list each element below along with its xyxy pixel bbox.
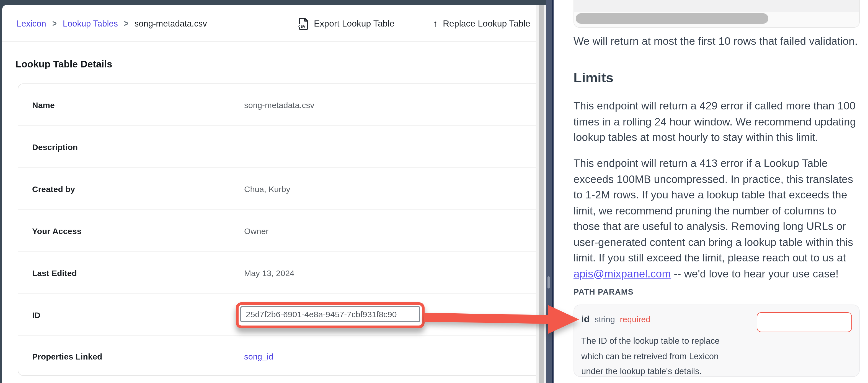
- lookup-table-details-window: Lexicon > Lookup Tables > song-metadata.…: [2, 5, 536, 383]
- lookup-table-details-card: Name song-metadata.csv Description Creat…: [18, 83, 536, 376]
- table-row-your-access: Your Access Owner: [18, 210, 536, 252]
- param-required-badge: required: [620, 314, 650, 324]
- docs-horizontal-scrollbar-track: [574, 0, 860, 28]
- path-param-card: id string required The ID of the lookup …: [574, 305, 860, 377]
- docs-horizontal-scrollbar-thumb[interactable]: [576, 13, 768, 24]
- csv-file-icon: csv: [298, 17, 309, 30]
- id-annotation-highlight-box: 25d7f2b6-6901-4e8a-9457-7cbf931f8c90: [236, 302, 425, 328]
- row-label: Last Edited: [32, 268, 77, 277]
- param-description: The ID of the lookup table to replace wh…: [581, 333, 743, 379]
- page-title: Lookup Table Details: [16, 59, 112, 70]
- row-label: Name: [32, 100, 55, 109]
- breadcrumb-current-file: song-metadata.csv: [134, 19, 207, 29]
- limits-paragraph-413: This endpoint will return a 413 error if…: [574, 155, 865, 281]
- param-id-input[interactable]: [757, 312, 852, 332]
- path-params-label: PATH PARAMS: [574, 287, 633, 296]
- table-row-properties-linked: Properties Linked song_id: [18, 336, 536, 376]
- svg-text:csv: csv: [299, 24, 306, 28]
- paragraph-413-text: This endpoint will return a 413 error if…: [574, 157, 853, 264]
- row-value: song-metadata.csv: [244, 100, 314, 109]
- param-header: id string required: [581, 314, 650, 325]
- replace-button-label: Replace Lookup Table: [443, 19, 530, 29]
- gap-scrollbar-thumb[interactable]: [548, 276, 550, 288]
- table-row-created-by: Created by Chua, Kurby: [18, 168, 536, 210]
- lookup-table-id-field[interactable]: 25d7f2b6-6901-4e8a-9457-7cbf931f8c90: [240, 306, 420, 322]
- chevron-right-icon: >: [52, 18, 57, 29]
- left-window-scrollbar-thumb[interactable]: [539, 5, 544, 383]
- linked-property-link[interactable]: song_id: [244, 351, 273, 361]
- param-name: id: [581, 314, 590, 325]
- table-row-description: Description: [18, 126, 536, 168]
- table-row-last-edited: Last Edited May 13, 2024: [18, 252, 536, 294]
- table-row-name: Name song-metadata.csv: [18, 84, 536, 126]
- breadcrumb-lookup-tables[interactable]: Lookup Tables: [63, 19, 118, 29]
- param-type: string: [594, 314, 615, 324]
- left-window-header: Lexicon > Lookup Tables > song-metadata.…: [2, 5, 536, 42]
- screenshot-viewport: Lexicon > Lookup Tables > song-metadata.…: [0, 0, 868, 383]
- row-label: Created by: [32, 184, 75, 194]
- apis-mixpanel-email-link[interactable]: apis@mixpanel.com: [574, 267, 671, 279]
- breadcrumb: Lexicon > Lookup Tables > song-metadata.…: [17, 5, 207, 42]
- export-lookup-table-button[interactable]: csv Export Lookup Table: [298, 5, 395, 42]
- chevron-right-icon: >: [124, 18, 128, 29]
- breadcrumb-lexicon[interactable]: Lexicon: [17, 19, 46, 29]
- row-value: Chua, Kurby: [244, 184, 290, 194]
- row-label: Your Access: [32, 226, 82, 236]
- upload-arrow-icon: ↑: [433, 19, 438, 29]
- window-gap-background: [546, 0, 552, 383]
- row-label: ID: [32, 310, 40, 319]
- replace-lookup-table-button[interactable]: ↑ Replace Lookup Table: [433, 5, 530, 42]
- limits-paragraph-429: This endpoint will return a 429 error if…: [574, 98, 865, 145]
- limits-heading: Limits: [574, 70, 613, 86]
- row-label: Properties Linked: [32, 351, 102, 361]
- row-label: Description: [32, 142, 78, 151]
- api-docs-panel: We will return at most the first 10 rows…: [554, 0, 868, 383]
- row-value: Owner: [244, 226, 269, 236]
- stage: Lexicon > Lookup Tables > song-metadata.…: [0, 0, 868, 383]
- export-button-label: Export Lookup Table: [314, 19, 395, 29]
- table-row-id: ID 25d7f2b6-6901-4e8a-9457-7cbf931f8c90: [18, 294, 536, 336]
- docs-intro-text: We will return at most the first 10 rows…: [574, 35, 865, 47]
- paragraph-413-text-end: -- we'd love to hear your use case!: [671, 267, 839, 279]
- row-value: May 13, 2024: [244, 268, 294, 277]
